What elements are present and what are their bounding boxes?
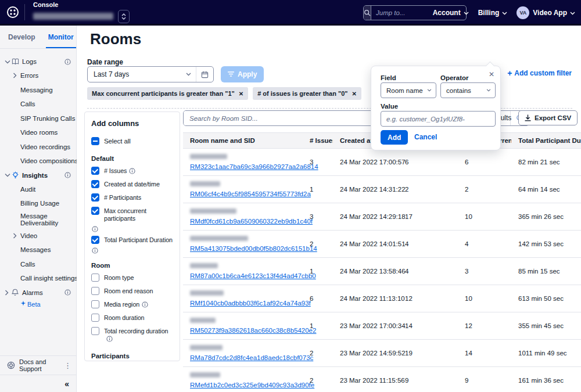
checkbox-icon[interactable] — [91, 314, 99, 322]
info-icon[interactable] — [91, 247, 173, 255]
tab-develop[interactable]: Develop — [6, 28, 38, 48]
room-sid-link[interactable]: RMefd1b2c0ed3c325e9bd409c93a3d90fe — [190, 382, 314, 389]
sidebar-item-video-compositions[interactable]: Video compositions — [0, 154, 76, 168]
sidebar-item-sip-trunking-calls[interactable]: SIP Trunking Calls — [0, 112, 76, 126]
sidebar-group-insights[interactable]: Insights — [0, 168, 76, 182]
sidebar-item-label: Video compositions — [20, 157, 78, 164]
date-range-select[interactable]: Last 7 days — [87, 66, 214, 82]
sidebar-item-calls[interactable]: Calls — [0, 97, 76, 112]
checkbox-icon[interactable] — [91, 207, 99, 215]
sidebar-item-video[interactable]: Video — [0, 229, 76, 243]
remove-chip-icon[interactable]: ✕ — [239, 91, 243, 97]
sidebar-item-errors[interactable]: Errors — [0, 69, 76, 83]
column-checkbox-media-region[interactable]: Media region — [91, 298, 173, 311]
sidebar-item-video-recordings[interactable]: Video recordings — [0, 140, 76, 154]
value-input[interactable] — [381, 111, 496, 127]
cell-max_concurrent: 14 — [458, 340, 511, 367]
user-menu[interactable]: VA Video App — [517, 6, 575, 19]
checkbox-icon[interactable] — [91, 236, 99, 244]
column-checkbox-room-end-reason[interactable]: Room end reason — [91, 285, 173, 298]
search-icon[interactable] — [364, 6, 371, 20]
chevron-down-icon[interactable] — [5, 60, 12, 64]
console-logo-icon[interactable] — [6, 5, 20, 19]
apply-button[interactable]: Apply — [221, 66, 264, 82]
chevron-right-icon[interactable] — [13, 73, 17, 78]
room-sid-link[interactable]: RM06cf4c4b9c5f9854595734f55773fd2a — [190, 190, 311, 197]
operator-select[interactable]: contains — [440, 82, 496, 98]
column-checkbox-label: Total recording duration — [104, 328, 173, 343]
room-sid-link[interactable]: RMa78d7cdc2d8fc4ea1d8aedc18cbf073c — [190, 354, 313, 361]
checkbox-icon[interactable] — [91, 180, 99, 188]
room-sid-link[interactable]: RM5a413075bded00db0f5b802dc6151b14 — [190, 245, 317, 252]
checkbox-icon[interactable] — [91, 300, 99, 308]
cell-issues: 1 — [303, 312, 333, 340]
checkbox-icon[interactable] — [91, 193, 99, 202]
info-icon[interactable] — [64, 289, 71, 296]
info-icon[interactable] — [64, 59, 71, 65]
sidebar-item-billing-usage[interactable]: Billing Usage — [0, 196, 76, 211]
add-filter-button[interactable]: Add — [381, 130, 408, 145]
room-sid-link[interactable]: RM50273f9a3862618ac660c38c8b5420e2 — [190, 327, 316, 334]
close-icon[interactable]: ✕ — [489, 70, 494, 78]
docs-and-support[interactable]: Docs and Support ⋮ — [0, 355, 76, 375]
chevron-down-icon[interactable] — [5, 173, 12, 177]
room-sid-link[interactable]: RM323c1aac7ba69c3a966b2927aa2a6814 — [190, 163, 318, 170]
remove-chip-icon[interactable]: ✕ — [352, 91, 357, 97]
room-sid-link[interactable]: RM87a00c1b6ca4e6123c13f4d4ad47cbb0 — [190, 272, 316, 279]
column-checkbox-total-participant-duration[interactable]: Total Participant Duration — [91, 233, 173, 247]
select-all-checkbox[interactable]: Select all — [91, 135, 173, 148]
table-row: RM323c1aac7ba69c3a966b2927aa2a6814324 Ma… — [183, 149, 581, 176]
sidebar-item-calls[interactable]: Calls — [0, 257, 76, 272]
info-icon[interactable] — [64, 172, 71, 178]
beta-badge-label: Beta — [27, 301, 41, 308]
billing-menu[interactable]: Billing — [478, 9, 508, 17]
table-row: RM87a00c1b6ca4e6123c13f4d4ad47cbb0124 Ma… — [183, 258, 581, 285]
checkbox-icon[interactable] — [91, 287, 99, 295]
account-switcher-button[interactable] — [118, 10, 130, 23]
column-checkbox-total-recording-duration[interactable]: Total recording duration — [91, 325, 173, 346]
add-custom-filter-link[interactable]: + Add custom filter — [507, 69, 572, 78]
sidebar-group-alarms[interactable]: Alarms — [0, 286, 76, 300]
calendar-icon[interactable] — [196, 67, 213, 82]
plus-icon: + — [507, 69, 512, 78]
sidebar-item-video-rooms[interactable]: Video rooms — [0, 125, 76, 140]
cell-participants: 12 — [398, 285, 458, 312]
sidebar-item-label: Call insight settings — [20, 275, 78, 282]
info-icon[interactable] — [104, 335, 113, 342]
export-csv-button[interactable]: Export CSV — [518, 110, 578, 125]
sidebar-group-label: Insights — [22, 172, 48, 179]
chevron-right-icon[interactable] — [13, 233, 17, 239]
column-checkbox-created-at-date-time[interactable]: Created at date/time — [91, 178, 173, 191]
column-checkbox--participants[interactable]: # Participants — [91, 191, 173, 204]
sidebar-item-messages[interactable]: Messages — [0, 243, 76, 257]
sidebar-item-message-deliverability[interactable]: Message Deliverability — [0, 211, 76, 229]
cell-created: 24 Mar 2022 14:31:22 — [333, 176, 398, 203]
column-checkbox-room-duration[interactable]: Room duration — [91, 311, 173, 325]
room-sid-link[interactable]: RMdf0fcd61cb9a6509060322eb9db1c40f — [190, 218, 313, 225]
checkbox-icon[interactable] — [91, 327, 99, 335]
column-checkbox-room-type[interactable]: Room type — [91, 271, 173, 285]
cell-duration: 85 min 15 sec — [511, 258, 581, 285]
account-menu[interactable]: Account — [433, 9, 469, 17]
sidebar-group-logs[interactable]: Logs — [0, 55, 76, 69]
column-header: # Issues — [303, 133, 333, 149]
column-checkbox--issues[interactable]: # Issues — [91, 164, 173, 178]
cancel-button[interactable]: Cancel — [414, 133, 437, 141]
checkbox-icon[interactable] — [91, 274, 99, 282]
checkbox-indeterminate-icon[interactable] — [91, 137, 99, 145]
kebab-menu-icon[interactable]: ⋮ — [64, 361, 71, 370]
info-icon[interactable] — [127, 167, 135, 174]
sidebar-item-messaging[interactable]: Messaging — [0, 83, 76, 98]
chevron-right-icon[interactable] — [5, 290, 12, 296]
tab-monitor[interactable]: Monitor — [46, 28, 76, 48]
checkbox-icon[interactable] — [91, 167, 99, 175]
sidebar-collapse-button[interactable]: « — [64, 379, 69, 389]
info-icon[interactable] — [91, 225, 173, 233]
info-icon[interactable] — [139, 301, 148, 308]
field-select[interactable]: Room name — [381, 82, 436, 98]
room-sid-link[interactable]: RMf1040cb0adbbb03f6c1af92c4a74a93f — [190, 300, 311, 307]
sidebar-item-call-insight-settings[interactable]: Call insight settings — [0, 271, 76, 286]
column-checkbox-max-concurrent-participants[interactable]: Max concurrent participants — [91, 204, 173, 225]
sidebar-item-audit[interactable]: Audit — [0, 182, 76, 197]
columns-section-label: Default — [91, 155, 173, 162]
